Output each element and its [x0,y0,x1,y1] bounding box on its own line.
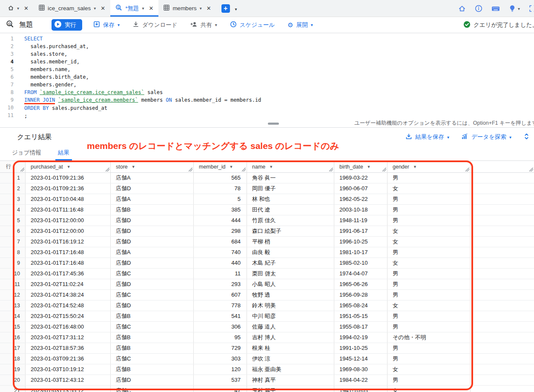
table-row[interactable]: 32023-01-01T10:04:48店舗A5林 和也1962-05-22男 [0,194,534,205]
column-header-name[interactable]: name▼ [247,161,334,172]
table-reference-link[interactable]: `sample_ice_cream.members` [58,97,138,103]
cell-gender: 女 [388,364,471,375]
lightbulb-icon[interactable]: ▾ [509,5,520,12]
save-label: 保存 [103,21,115,29]
column-menu-icon[interactable]: ▼ [367,165,371,169]
table-row[interactable]: 22023-01-01T09:21:36店舗D78岡田 優子1960-06-07… [0,183,534,194]
sql-code[interactable]: SELECT sales.purchased_at, sales.store, … [19,35,261,119]
chevron-down-icon[interactable]: ▾ [518,6,520,11]
column-header-store[interactable]: store▼ [111,161,194,172]
table-row[interactable]: 62023-01-01T12:00:00店舗D298森口 絵梨子1991-06-… [0,226,534,237]
sql-line: INNER JOIN `sample_ice_cream.members` me… [24,96,261,104]
column-menu-icon[interactable]: ▼ [269,165,273,169]
sql-token: sales [144,89,163,95]
cell-birth_date: 1994-02-19 [334,332,388,343]
column-resize-handle[interactable] [189,168,192,172]
tab-results[interactable]: 結果 [55,146,72,160]
tab-job-info[interactable]: ジョブ情報 [9,146,43,160]
table-row[interactable]: 132023-01-02T14:52:48店舗D778鈴木 明美1965-08-… [0,300,534,311]
share-button[interactable]: 共有 ▾ [190,21,217,29]
chevron-down-icon[interactable]: ▾ [142,6,144,11]
close-icon[interactable]: ✕ [100,5,105,11]
keyboard-icon[interactable] [491,5,500,12]
save-results-button[interactable]: 結果を保存 ▾ [405,133,449,141]
cell-name: 鈴木 明美 [247,300,334,311]
table-row[interactable]: 192023-01-03T10:19:12店舗B120福永 亜由美1969-08… [0,364,534,375]
column-menu-icon[interactable]: ▼ [67,165,71,169]
column-resize-handle[interactable] [106,168,109,172]
home-icon[interactable] [458,5,466,12]
cell-store: 店舗B [111,205,194,215]
table-row[interactable]: 112023-01-02T11:02:24店舗D293小島 昭人1965-06-… [0,279,534,290]
run-button[interactable]: 実行 [52,19,82,31]
column-menu-icon[interactable]: ▼ [132,165,135,169]
chevron-down-icon[interactable]: ▾ [17,6,19,11]
table-row[interactable]: 172023-01-02T18:57:36店舗B729根来 桂1991-10-2… [0,343,534,354]
table-row[interactable]: 152023-01-02T16:48:00店舗C306佐藤 道人1955-08-… [0,322,534,332]
table-row[interactable]: 42023-01-01T11:16:48店舗B385田代 遼2003-10-18… [0,205,534,215]
column-resize-handle[interactable] [465,168,469,172]
tab-untitled-query[interactable]: Q *無題 ▾ ✕ [110,0,158,17]
table-row[interactable]: 202023-01-03T12:43:12店舗D537神村 真平1984-04-… [0,375,534,386]
tab-members[interactable]: members ▾ ✕ [158,0,216,17]
table-row[interactable]: 122023-01-02T14:38:24店舗C607牧野 透1956-09-2… [0,290,534,300]
cell-birth_date: 1945-12-14 [334,354,388,364]
download-button[interactable]: ダウンロード [132,21,178,29]
column-menu-icon[interactable]: ▼ [413,165,417,169]
cell-purchased_at: 2023-01-01T12:00:00 [26,226,111,236]
table-row[interactable]: 92023-01-01T17:16:48店舗D440木島 紀子1985-02-1… [0,258,534,269]
row-number-cell: 5 [0,215,26,226]
sql-token: members.name, [24,66,70,72]
unfold-icon[interactable] [523,133,530,142]
sql-token: sales.purchased_at [49,105,107,111]
cell-filler [471,215,534,226]
table-row[interactable]: 162023-01-02T17:31:12店舗B95吉村 博人1994-02-1… [0,332,534,343]
column-resize-handle[interactable] [382,168,386,172]
table-row[interactable]: 12023-01-01T09:21:36店舗A565角谷 眞一1969-03-2… [0,173,534,183]
close-icon[interactable]: ✕ [149,5,153,11]
save-button[interactable]: 保存 ▾ [93,21,120,29]
column-header-gender[interactable]: gender▼ [388,161,471,172]
column-resize-handle[interactable] [529,168,533,172]
chevron-down-icon[interactable]: ▾ [94,6,96,11]
column-resize-handle[interactable] [242,168,246,172]
sql-editor[interactable]: 1234567891011 SELECT sales.purchased_at,… [0,33,534,119]
explore-data-button[interactable]: データを探索 ▾ [461,133,511,141]
new-tab-menu-chevron-icon[interactable]: ▾ [235,7,237,17]
table-reference-link[interactable]: `sample_ice_cream.ice_cream_sales` [40,89,144,95]
table-row[interactable]: 212023-01-03T13:55:12店舗C47玉村 麗子1941-10-0… [0,386,534,392]
table-row[interactable]: 142023-01-02T15:50:24店舗B541中川 昭彦1951-05-… [0,311,534,322]
cell-member_id: 444 [194,215,247,226]
column-menu-icon[interactable]: ▼ [230,165,233,169]
sql-token: INNER JOIN [24,97,55,104]
close-icon[interactable]: ✕ [207,5,211,11]
close-icon[interactable]: ✕ [24,5,29,11]
table-row[interactable]: 72023-01-01T16:19:12店舗D684平柳 梢1996-10-25… [0,237,534,247]
table-row[interactable]: 52023-01-01T12:00:00店舗D444竹原 佳久1948-11-1… [0,215,534,226]
cell-name: 福永 亜由美 [247,364,334,375]
expand-button[interactable]: ⚙ 展開 ▾ [287,21,313,29]
share-label: 共有 [201,21,212,29]
info-icon[interactable] [475,5,482,12]
tab-ice-cream-sales[interactable]: ice_cream_sales ▾ ✕ [34,0,110,17]
chevron-down-icon[interactable]: ▾ [200,6,202,11]
table-row[interactable]: 182023-01-03T09:21:36店舗C303伊吹 涼1945-12-1… [0,354,534,364]
sql-line: sales.member_id, [24,58,261,66]
schedule-label: スケジュール [240,21,275,29]
resize-handle[interactable] [268,123,279,125]
cell-birth_date: 1965-06-26 [334,279,388,289]
column-header-member_id[interactable]: member_id▼ [194,161,247,172]
cell-filler [471,194,534,204]
query-icon: Q [6,20,14,30]
tab-home[interactable]: ▾ ✕ [3,0,34,17]
column-resize-handle[interactable] [20,168,24,172]
new-tab-button[interactable]: + [221,4,230,13]
schedule-button[interactable]: スケジュール [230,21,275,29]
column-header-purchased_at[interactable]: purchased_at▼ [26,161,111,172]
row-number-cell: 8 [0,247,26,258]
column-header-birth_date[interactable]: birth_date▼ [334,161,388,172]
fullscreen-icon[interactable] [529,5,534,12]
column-resize-handle[interactable] [329,168,333,172]
table-row[interactable]: 102023-01-01T17:45:36店舗C11栗田 啓太1974-04-0… [0,269,534,279]
table-row[interactable]: 82023-01-01T17:16:48店舗A740由良 毅1981-10-17… [0,247,534,258]
